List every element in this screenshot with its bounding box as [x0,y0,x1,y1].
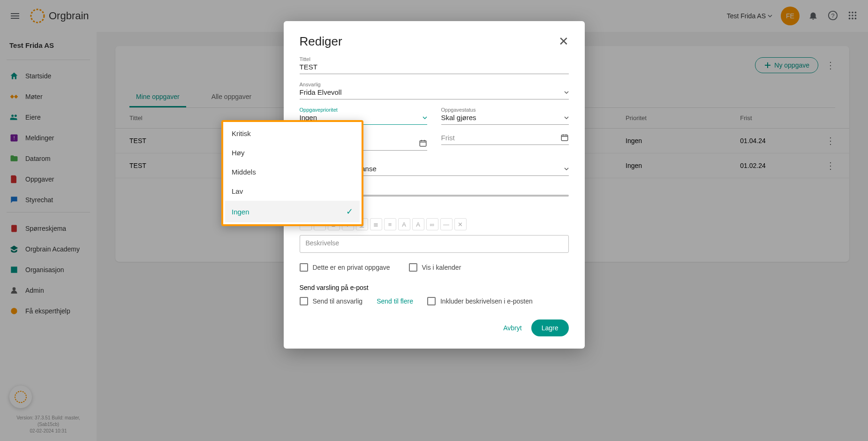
highlight-button[interactable]: A [412,218,424,230]
svg-rect-20 [561,135,568,141]
numbered-list-button[interactable]: ≡ [384,218,396,230]
field-status-label: Oppgavestatus [441,107,569,113]
field-responsible[interactable]: Ansvarlig Frida Elvevoll [300,82,569,99]
options-row-1: Dette er en privat oppgave Vis i kalende… [300,263,569,272]
cancel-button[interactable]: Avbryt [503,324,521,332]
show-calendar-checkbox[interactable]: Vis i kalender [409,263,461,272]
calendar-icon[interactable] [560,133,569,142]
bullet-list-button[interactable]: ≣ [370,218,382,230]
field-responsible-label: Ansvarlig [300,82,569,87]
field-status-value[interactable]: Skal gjøres [441,113,569,125]
field-deadline-value[interactable]: Frist [441,132,569,145]
priority-dropdown: Kritisk Høy Middels Lav Ingen ✓ [221,120,363,226]
chevron-down-icon [564,90,569,95]
field-responsible-text: Frida Elvevoll [300,88,342,96]
private-task-checkbox[interactable]: Dette er en privat oppgave [300,263,390,272]
modal-title: Rediger [300,34,342,49]
private-task-label: Dette er en privat oppgave [313,264,390,271]
svg-rect-19 [420,141,426,146]
field-status[interactable]: Oppgavestatus Skal gjøres [441,107,569,125]
priority-option-lav[interactable]: Lav [225,182,360,201]
modal-footer: Avbryt Lagre [300,319,569,336]
modal-header: Rediger ✕ [300,34,569,49]
field-responsible-value[interactable]: Frida Elvevoll [300,87,569,99]
checkbox-icon [427,297,436,305]
field-status-text: Skal gjøres [441,114,476,122]
field-deadline[interactable]: Frist [441,132,569,151]
field-title-label: Tittel [300,56,569,62]
send-notification-label: Send varsling på e-post [300,284,569,291]
save-button[interactable]: Lagre [531,319,569,336]
priority-option-kritisk[interactable]: Kritisk [225,124,360,143]
field-priority-label: Oppgaveprioritet [300,107,427,113]
description-textarea[interactable]: Beskrivelse [300,235,569,253]
checkbox-icon [300,297,308,305]
description-placeholder: Beskrivelse [306,239,340,247]
field-title-value[interactable]: TEST [300,62,569,74]
priority-option-middels[interactable]: Middels [225,162,360,182]
send-to-responsible-checkbox[interactable]: Send til ansvarlig [300,297,363,305]
checkbox-icon [300,263,308,272]
check-icon: ✓ [346,206,353,217]
send-options-row: Send til ansvarlig Send til flere Inklud… [300,297,569,305]
chevron-down-icon [564,115,569,120]
field-title[interactable]: Tittel TEST [300,56,569,74]
field-deadline-placeholder: Frist [441,134,455,142]
chevron-down-icon [564,167,569,171]
calendar-icon[interactable] [419,139,427,147]
show-calendar-label: Vis i kalender [422,264,461,271]
chevron-down-icon [423,115,427,120]
hr-button[interactable]: — [440,218,453,230]
clear-formatting-button[interactable]: ✕ [454,218,467,230]
close-icon[interactable]: ✕ [559,34,569,49]
send-to-responsible-label: Send til ansvarlig [313,297,363,305]
checkbox-icon [409,263,417,272]
include-desc-label: Inkluder beskrivelsen i e-posten [440,297,533,305]
priority-option-hoy[interactable]: Høy [225,143,360,162]
text-color-button[interactable]: A [398,218,410,230]
include-desc-checkbox[interactable]: Inkluder beskrivelsen i e-posten [427,297,533,305]
priority-option-ingen[interactable]: Ingen ✓ [225,201,360,222]
send-to-more-link[interactable]: Send til flere [377,297,413,305]
link-button[interactable]: ∞ [426,218,438,230]
priority-option-ingen-label: Ingen [232,208,249,216]
